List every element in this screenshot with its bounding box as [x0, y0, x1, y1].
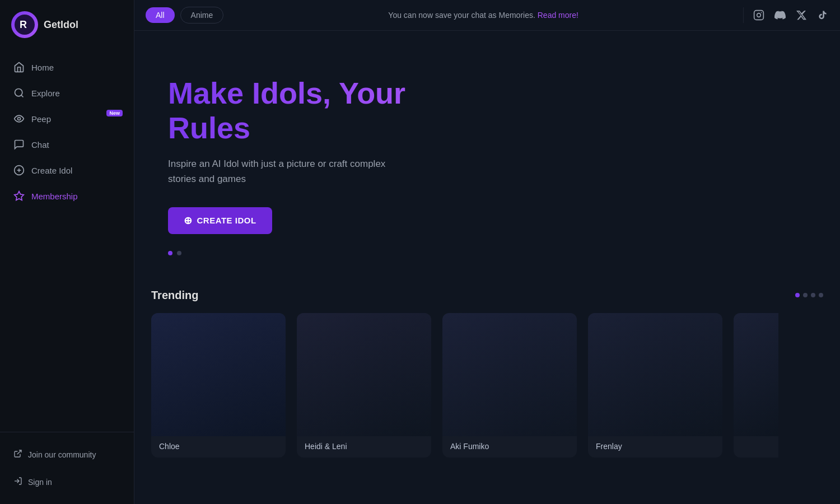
plus-icon: ⊕ — [184, 214, 193, 227]
sidebar-item-label-chat: Chat — [31, 140, 49, 150]
separator — [743, 7, 744, 23]
sidebar-item-chat[interactable]: Chat — [6, 132, 128, 157]
card-image-partial — [734, 313, 778, 436]
topbar: All Anime You can now save your chat as … — [134, 0, 840, 31]
join-community-label: Join our community — [28, 450, 96, 459]
trending-section: Trending Chloe Heidi & Leni Aki Fumiko — [134, 278, 840, 474]
topbar-social-icons — [743, 7, 829, 23]
sign-in-label: Sign in — [28, 478, 52, 487]
topbar-notice-text: You can now save your chat as Memories. … — [388, 11, 578, 20]
card-name-3: Frenlay — [588, 436, 722, 458]
trending-title: Trending — [151, 289, 198, 302]
hero-dot-1[interactable] — [168, 251, 172, 255]
peep-icon — [13, 113, 25, 124]
hero-subtitle: Inspire an AI Idol with just a picture o… — [168, 156, 392, 186]
trending-header: Trending — [151, 289, 823, 302]
sidebar-item-home[interactable]: Home — [6, 55, 128, 80]
svg-point-12 — [757, 13, 761, 17]
sidebar-item-label-home: Home — [31, 63, 54, 72]
hero-section: Make Idols, Your Rules Inspire an AI Ido… — [134, 31, 840, 278]
sidebar-item-label-peep: Peep — [31, 114, 51, 124]
svg-point-13 — [761, 12, 762, 13]
svg-text:R: R — [20, 19, 27, 30]
card-image-1 — [297, 313, 431, 436]
card-name-1: Heidi & Leni — [297, 436, 431, 458]
trending-carousel-dots — [795, 293, 823, 297]
sidebar-item-membership[interactable]: Membership — [6, 184, 128, 208]
trending-card-2[interactable]: Aki Fumiko — [442, 313, 577, 458]
sidebar: R GetIdol Home Explore — [0, 0, 134, 504]
trending-card-3[interactable]: Frenlay — [588, 313, 722, 458]
sidebar-item-create-idol[interactable]: Create Idol — [6, 158, 128, 183]
logo-icon: R — [11, 11, 38, 38]
twitter-icon[interactable] — [795, 9, 808, 21]
create-idol-label: CREATE IDOL — [197, 216, 256, 225]
membership-icon — [13, 190, 25, 202]
svg-point-2 — [15, 89, 22, 96]
trending-card-partial[interactable] — [734, 313, 778, 458]
svg-marker-8 — [15, 192, 24, 200]
trending-dot-3[interactable] — [811, 293, 815, 297]
trending-card-0[interactable]: Chloe — [151, 313, 286, 458]
create-idol-button[interactable]: ⊕ CREATE IDOL — [168, 207, 272, 234]
card-image-0 — [151, 313, 286, 436]
sidebar-item-peep[interactable]: Peep New — [6, 106, 128, 131]
filter-all-button[interactable]: All — [146, 7, 175, 23]
create-icon — [13, 165, 25, 176]
card-image-3 — [588, 313, 722, 436]
trending-cards-grid: Chloe Heidi & Leni Aki Fumiko Frenlay — [151, 313, 823, 458]
sidebar-navigation: Home Explore Peep New — [0, 55, 134, 432]
card-image-2 — [442, 313, 577, 436]
sign-in-icon — [13, 477, 22, 487]
external-link-icon — [13, 449, 22, 460]
svg-point-4 — [18, 118, 21, 120]
sidebar-item-label-membership: Membership — [31, 192, 78, 201]
filter-anime-button[interactable]: Anime — [180, 7, 224, 24]
home-icon — [13, 62, 25, 73]
tiktok-icon[interactable] — [816, 9, 829, 21]
discord-icon[interactable] — [774, 9, 786, 21]
trending-dot-1[interactable] — [795, 293, 800, 297]
hero-dot-2[interactable] — [177, 251, 181, 255]
join-community-link[interactable]: Join our community — [6, 444, 128, 465]
explore-icon — [13, 87, 25, 99]
card-name-0: Chloe — [151, 436, 286, 458]
logo-area[interactable]: R GetIdol — [0, 0, 134, 49]
trending-dot-4[interactable] — [819, 293, 823, 297]
main-content: All Anime You can now save your chat as … — [134, 0, 840, 504]
card-name-2: Aki Fumiko — [442, 436, 577, 458]
sign-in-button[interactable]: Sign in — [6, 471, 128, 493]
trending-card-1[interactable]: Heidi & Leni — [297, 313, 431, 458]
svg-rect-11 — [754, 11, 764, 20]
chat-icon — [13, 139, 25, 150]
logo-text: GetIdol — [44, 19, 78, 31]
sidebar-item-label-explore: Explore — [31, 88, 60, 98]
new-badge: New — [106, 110, 123, 116]
topbar-filters: All Anime — [146, 7, 223, 24]
hero-carousel-dots — [168, 251, 806, 255]
svg-line-9 — [17, 450, 21, 454]
sidebar-item-label-create: Create Idol — [31, 166, 72, 175]
hero-title: Make Idols, Your Rules — [168, 76, 448, 145]
sidebar-item-explore[interactable]: Explore — [6, 81, 128, 105]
trending-dot-2[interactable] — [803, 293, 808, 297]
sidebar-bottom: Join our community Sign in — [0, 432, 134, 504]
instagram-icon[interactable] — [753, 9, 765, 21]
svg-line-3 — [21, 95, 24, 97]
read-more-link[interactable]: Read more! — [538, 11, 578, 20]
